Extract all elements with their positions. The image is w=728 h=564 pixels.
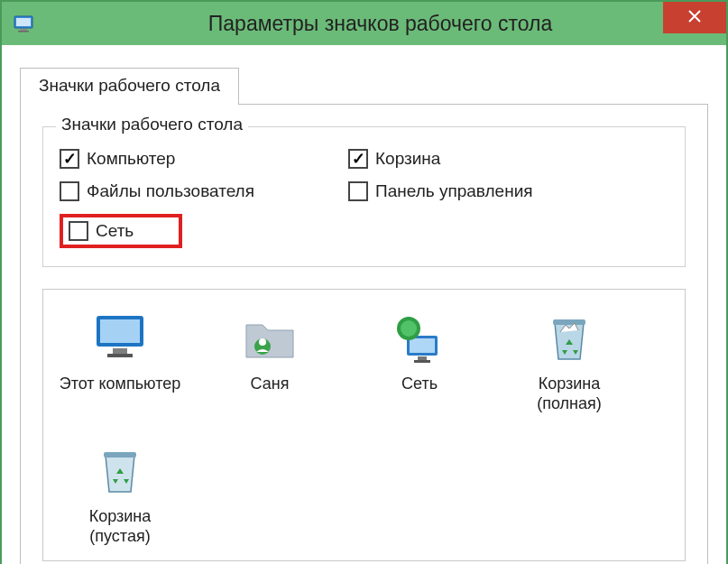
- checkbox-recyclebin[interactable]: Корзина: [348, 149, 668, 169]
- network-icon: [388, 306, 451, 369]
- tab-label: Значки рабочего стола: [39, 76, 220, 95]
- svg-rect-15: [553, 319, 585, 325]
- checkbox-controlpanel[interactable]: Панель управления: [348, 181, 668, 201]
- checkbox-label: Компьютер: [87, 149, 175, 169]
- icon-label: Сеть: [401, 374, 438, 394]
- svg-rect-3: [18, 31, 29, 32]
- checkbox-computer[interactable]: Компьютер: [60, 149, 348, 169]
- checkbox-userfiles[interactable]: Файлы пользователя: [60, 181, 348, 201]
- checkbox-label: Файлы пользователя: [87, 181, 254, 201]
- recycle-full-icon: [538, 306, 601, 369]
- group-legend: Значки рабочего стола: [56, 115, 248, 134]
- svg-rect-6: [113, 348, 127, 354]
- checkbox-icon: [69, 221, 88, 241]
- checkbox-icon: [60, 181, 79, 201]
- group-desktop-icons: Значки рабочего стола Компьютер Корзина …: [42, 126, 686, 267]
- close-button[interactable]: [663, 2, 726, 33]
- svg-rect-14: [414, 360, 430, 363]
- svg-rect-7: [107, 354, 133, 357]
- checkbox-network[interactable]: Сеть: [69, 221, 134, 241]
- icon-user-folder[interactable]: Саня: [207, 306, 332, 413]
- tab-content: Значки рабочего стола Компьютер Корзина …: [20, 104, 708, 564]
- checkbox-icon: [348, 149, 368, 169]
- icon-label: Саня: [251, 374, 290, 394]
- svg-rect-13: [418, 356, 427, 360]
- checkbox-icon: [348, 181, 368, 201]
- icon-label: Этот компьютер: [60, 374, 181, 394]
- svg-point-9: [259, 338, 266, 346]
- titlebar: Параметры значков рабочего стола: [2, 2, 726, 45]
- svg-rect-2: [20, 29, 27, 31]
- checkbox-grid: Компьютер Корзина Файлы пользователя Пан…: [60, 149, 668, 248]
- icon-this-pc[interactable]: Этот компьютер: [58, 306, 182, 413]
- icon-label: Корзина (полная): [507, 374, 631, 413]
- svg-rect-1: [16, 18, 31, 26]
- checkbox-label: Сеть: [96, 221, 134, 241]
- icon-label: Корзина (пустая): [58, 507, 182, 546]
- svg-rect-16: [104, 452, 136, 458]
- dialog-window: Параметры значков рабочего стола Значки …: [0, 0, 728, 564]
- icon-recyclebin-empty[interactable]: Корзина (пустая): [58, 439, 182, 546]
- svg-rect-11: [410, 338, 435, 353]
- highlight-network: Сеть: [60, 214, 182, 248]
- icon-preview-panel: Этот компьютер Саня: [42, 289, 686, 561]
- icon-grid: Этот компьютер Саня: [58, 306, 670, 546]
- tab-strip: Значки рабочего стола: [20, 67, 708, 104]
- svg-rect-5: [100, 319, 140, 343]
- checkbox-label: Панель управления: [375, 181, 533, 201]
- icon-recyclebin-full[interactable]: Корзина (полная): [507, 306, 631, 413]
- desktop-icons-app-icon: [13, 13, 34, 34]
- user-folder-icon: [238, 306, 301, 369]
- checkbox-icon: [60, 149, 79, 169]
- window-title: Параметры значков рабочего стола: [34, 12, 726, 36]
- close-icon: [687, 9, 702, 27]
- icon-network[interactable]: Сеть: [357, 306, 482, 413]
- checkbox-label: Корзина: [375, 149, 440, 169]
- client-area: Значки рабочего стола Значки рабочего ст…: [2, 45, 726, 564]
- monitor-icon: [88, 306, 152, 369]
- recycle-empty-icon: [88, 439, 152, 502]
- tab-desktop-icons[interactable]: Значки рабочего стола: [20, 68, 239, 105]
